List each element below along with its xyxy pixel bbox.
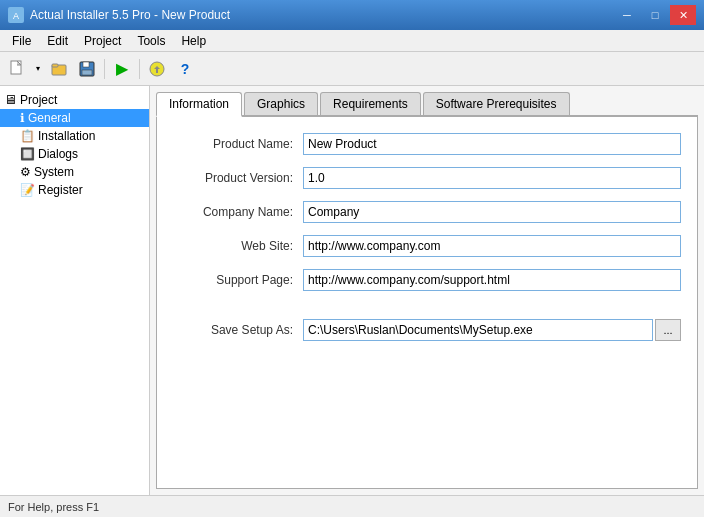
sidebar-item-register[interactable]: 📝 Register xyxy=(0,181,149,199)
installation-icon: 📋 xyxy=(20,129,35,143)
svg-rect-7 xyxy=(82,70,92,75)
svg-text:A: A xyxy=(13,11,19,21)
tab-requirements[interactable]: Requirements xyxy=(320,92,421,115)
sidebar-root-label: Project xyxy=(20,93,57,107)
window-title: Actual Installer 5.5 Pro - New Product xyxy=(30,8,230,22)
sidebar-item-installation[interactable]: 📋 Installation xyxy=(0,127,149,145)
company-name-input[interactable] xyxy=(303,201,681,223)
support-page-input[interactable] xyxy=(303,269,681,291)
minimize-button[interactable]: ─ xyxy=(614,5,640,25)
sidebar-label-system: System xyxy=(34,165,74,179)
sidebar-label-register: Register xyxy=(38,183,83,197)
support-page-row: Support Page: xyxy=(173,269,681,291)
toolbar-separator-1 xyxy=(104,59,105,79)
open-button[interactable] xyxy=(46,56,72,82)
run-button[interactable]: ▶ xyxy=(109,56,135,82)
browse-button[interactable]: ... xyxy=(655,319,681,341)
company-name-row: Company Name: xyxy=(173,201,681,223)
help-button[interactable]: ? xyxy=(172,56,198,82)
tab-information[interactable]: Information xyxy=(156,92,242,117)
dialogs-icon: 🔲 xyxy=(20,147,35,161)
maximize-button[interactable]: □ xyxy=(642,5,668,25)
build-button[interactable] xyxy=(144,56,170,82)
svg-rect-4 xyxy=(52,64,58,67)
web-site-input[interactable] xyxy=(303,235,681,257)
support-page-label: Support Page: xyxy=(173,273,303,287)
app-icon: A xyxy=(8,7,24,23)
product-name-row: Product Name: xyxy=(173,133,681,155)
save-button[interactable] xyxy=(74,56,100,82)
general-icon: ℹ xyxy=(20,111,25,125)
product-name-label: Product Name: xyxy=(173,137,303,151)
product-name-input[interactable] xyxy=(303,133,681,155)
title-bar: A Actual Installer 5.5 Pro - New Product… xyxy=(0,0,704,30)
sidebar-label-installation: Installation xyxy=(38,129,95,143)
system-icon: ⚙ xyxy=(20,165,31,179)
menu-tools[interactable]: Tools xyxy=(129,32,173,50)
svg-rect-6 xyxy=(83,62,89,67)
menu-edit[interactable]: Edit xyxy=(39,32,76,50)
product-version-label: Product Version: xyxy=(173,171,303,185)
sidebar: 🖥 Project ℹ General 📋 Installation 🔲 Dia… xyxy=(0,86,150,495)
close-button[interactable]: ✕ xyxy=(670,5,696,25)
new-button[interactable] xyxy=(4,56,30,82)
company-name-label: Company Name: xyxy=(173,205,303,219)
product-version-input[interactable] xyxy=(303,167,681,189)
project-icon: 🖥 xyxy=(4,92,17,107)
tab-software-prerequisites[interactable]: Software Prerequisites xyxy=(423,92,570,115)
new-dropdown-arrow[interactable]: ▾ xyxy=(32,56,44,82)
sidebar-item-system[interactable]: ⚙ System xyxy=(0,163,149,181)
sidebar-label-dialogs: Dialogs xyxy=(38,147,78,161)
menu-project[interactable]: Project xyxy=(76,32,129,50)
window-controls: ─ □ ✕ xyxy=(614,5,696,25)
sidebar-root[interactable]: 🖥 Project xyxy=(0,90,149,109)
form-separator xyxy=(173,303,681,319)
sidebar-item-dialogs[interactable]: 🔲 Dialogs xyxy=(0,145,149,163)
tab-bar: Information Graphics Requirements Softwa… xyxy=(156,92,698,117)
tab-graphics[interactable]: Graphics xyxy=(244,92,318,115)
product-version-row: Product Version: xyxy=(173,167,681,189)
save-as-row: Save Setup As: ... xyxy=(173,319,681,341)
menu-file[interactable]: File xyxy=(4,32,39,50)
status-text: For Help, press F1 xyxy=(8,501,99,513)
form-panel: Product Name: Product Version: Company N… xyxy=(156,117,698,489)
menu-help[interactable]: Help xyxy=(173,32,214,50)
menu-bar: File Edit Project Tools Help xyxy=(0,30,704,52)
main-area: 🖥 Project ℹ General 📋 Installation 🔲 Dia… xyxy=(0,86,704,495)
status-bar: For Help, press F1 xyxy=(0,495,704,517)
toolbar-separator-2 xyxy=(139,59,140,79)
register-icon: 📝 xyxy=(20,183,35,197)
sidebar-item-general[interactable]: ℹ General xyxy=(0,109,149,127)
toolbar: ▾ ▶ ? xyxy=(0,52,704,86)
sidebar-label-general: General xyxy=(28,111,71,125)
web-site-label: Web Site: xyxy=(173,239,303,253)
web-site-row: Web Site: xyxy=(173,235,681,257)
save-as-label: Save Setup As: xyxy=(173,323,303,337)
save-as-input[interactable] xyxy=(303,319,653,341)
content-area: Information Graphics Requirements Softwa… xyxy=(150,86,704,495)
